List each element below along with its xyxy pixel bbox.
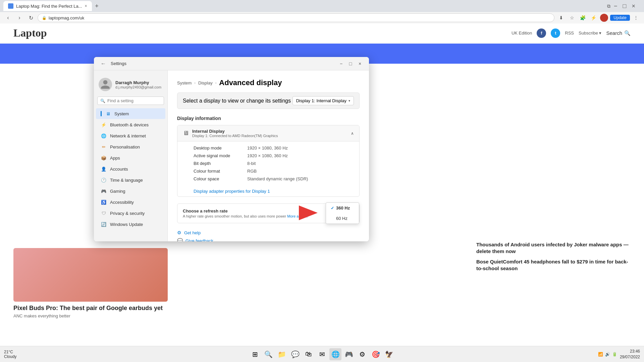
rate-option-360[interactable]: ✓ 360 Hz [326, 203, 359, 213]
sidebar-item-accessibility[interactable]: ♿ Accessibility [96, 197, 165, 207]
browser-chrome: Laptop Mag: Find the Perfect La... × + ⧉… [0, 0, 644, 23]
close-browser-button[interactable]: × [630, 3, 637, 10]
downloads-button[interactable]: ⬇ [556, 13, 566, 22]
internal-display-subtitle: Display 1: Connected to AMD Radeon(TM) G… [192, 134, 278, 138]
sidebar-item-personalisation[interactable]: ✏ Personalisation [96, 141, 165, 152]
news-item-2[interactable]: Bose QuietComfort 45 headphones fall to … [476, 258, 631, 272]
taskbar-antivirus-button[interactable]: 🦅 [383, 348, 395, 360]
info-row-colour-space: Colour space Standard dynamic range (SDR… [194, 175, 354, 183]
weather-widget: 21°C Cloudy [4, 350, 16, 359]
rss-link[interactable]: RSS [565, 31, 574, 36]
breadcrumb-system[interactable]: System [177, 80, 192, 85]
taskbar-xbox-button[interactable]: 🎮 [343, 348, 355, 360]
restore-button[interactable]: ⧉ [607, 3, 610, 9]
sidebar-item-bluetooth[interactable]: ⚡ Bluetooth & devices [96, 119, 165, 130]
settings-body: Darragh Murphy d.j.murphy2493@gmail.com … [94, 70, 369, 241]
sidebar-item-time[interactable]: 🕐 Time & language [96, 175, 165, 185]
window-maximize-button[interactable]: □ [346, 59, 355, 68]
taskbar-start-button[interactable]: ⊞ [249, 348, 261, 360]
sidebar-item-system[interactable]: 🖥 System [96, 108, 165, 119]
give-feedback-link[interactable]: 💬 Give feedback [177, 238, 360, 241]
collapse-icon[interactable]: ∧ [351, 131, 354, 136]
lock-icon: 🔒 [42, 16, 47, 20]
window-close-button[interactable]: × [356, 59, 364, 68]
chevron-down-icon: ▾ [348, 99, 350, 103]
settings-back-button[interactable]: ← [99, 59, 108, 68]
display-selector-bar: Select a display to view or change its s… [177, 93, 360, 109]
facebook-icon[interactable]: f [537, 28, 546, 38]
news-title-right-1: Thousands of Android users infected by J… [476, 241, 631, 254]
user-info: Darragh Murphy d.j.murphy2493@gmail.com [115, 80, 161, 89]
taskbar-search-button[interactable]: 🔍 [262, 348, 274, 360]
search-area[interactable]: Search 🔍 [606, 30, 631, 36]
battery-icon[interactable]: 🔋 [612, 352, 617, 357]
settings-search-input[interactable] [107, 98, 164, 103]
settings-title: Settings [111, 61, 337, 66]
display-dropdown[interactable]: Display 1: Internal Display ▾ [292, 96, 354, 105]
breadcrumb-display[interactable]: Display [198, 80, 213, 85]
settings-search-box[interactable]: 🔍 [97, 97, 164, 105]
display-info-header[interactable]: 🖥 Internal Display Display 1: Connected … [177, 125, 359, 141]
refresh-rate-description: A higher rate gives smoother motion, but… [183, 214, 308, 218]
new-tab-button[interactable]: + [92, 1, 102, 11]
window-minimize-button[interactable]: − [337, 59, 345, 68]
update-button[interactable]: Update [610, 15, 630, 21]
sidebar-item-network[interactable]: 🌐 Network & internet [96, 130, 165, 141]
minimize-button[interactable]: − [612, 3, 620, 10]
active-tab[interactable]: Laptop Mag: Find the Perfect La... × [3, 1, 92, 11]
news-item-1[interactable]: Thousands of Android users infected by J… [476, 241, 631, 254]
taskbar-files-button[interactable]: 📁 [276, 348, 288, 360]
browser-tab-bar: Laptop Mag: Find the Perfect La... × + ⧉… [0, 0, 644, 12]
display-info-section-title: Display information [177, 116, 360, 121]
subscribe-button[interactable]: Subscribe ▾ [579, 31, 601, 36]
browser-toolbar: ‹ › ↻ 🔒 laptopmag.com/uk ⬇ ☆ 🧩 ⚡ Update … [0, 12, 644, 23]
search-label: Search [606, 30, 622, 36]
accessibility-icon: ♿ [101, 199, 107, 205]
sidebar-item-accounts[interactable]: 👤 Accounts [96, 164, 165, 174]
reload-button[interactable]: ↻ [26, 13, 36, 22]
adapter-properties-link[interactable]: Display adapter properties for Display 1 [177, 189, 359, 194]
rate-option-60[interactable]: 60 Hz [326, 213, 359, 224]
tab-close-button[interactable]: × [85, 4, 87, 8]
rate-dropdown[interactable]: ✓ 360 Hz 60 Hz [326, 202, 359, 224]
sidebar-label-system: System [114, 111, 129, 116]
profile-button[interactable] [599, 13, 609, 22]
news-title-left[interactable]: Pixel Buds Pro: The best pair of Google … [13, 304, 168, 312]
site-header: Laptop UK Edition f t RSS Subscribe ▾ Se… [0, 23, 644, 43]
taskbar-sys-icons: 📶 🔊 🔋 [598, 352, 617, 357]
taskbar-email-button[interactable]: ✉ [316, 348, 328, 360]
sidebar-label-network: Network & internet [110, 133, 146, 138]
menu-button[interactable]: ⋮ [631, 13, 641, 22]
extensions-button[interactable]: ⚡ [589, 13, 598, 22]
sidebar-item-gaming[interactable]: 🎮 Gaming [96, 186, 165, 196]
taskbar-clock[interactable]: 23:46 29/07/2022 [620, 349, 640, 360]
volume-icon[interactable]: 🔊 [605, 352, 610, 357]
site-logo[interactable]: Laptop [13, 27, 47, 39]
forward-button[interactable]: › [15, 13, 24, 22]
taskbar-store-button[interactable]: 🛍 [303, 348, 315, 360]
weather-desc: Cloudy [4, 354, 16, 359]
taskbar-steam-button[interactable]: 🎯 [370, 348, 382, 360]
maximize-button[interactable]: □ [621, 3, 629, 10]
privacy-icon: 🛡 [101, 210, 107, 216]
address-bar[interactable]: 🔒 laptopmag.com/uk [38, 13, 554, 22]
sidebar-item-apps[interactable]: 📦 Apps [96, 153, 165, 163]
sidebar-item-windows-update[interactable]: 🔄 Windows Update [96, 219, 165, 230]
tab-title: Laptop Mag: Find the Perfect La... [16, 4, 82, 9]
clock-time: 23:46 [620, 349, 640, 354]
network-status-icon[interactable]: 📶 [598, 352, 603, 357]
taskbar-settings-button[interactable]: ⚙ [356, 348, 368, 360]
taskbar-chat-button[interactable]: 💬 [289, 348, 301, 360]
back-button[interactable]: ‹ [3, 13, 13, 22]
taskbar-browser-button[interactable]: 🌐 [329, 348, 341, 360]
info-row-desktop: Desktop mode 1920 × 1080, 360 Hz [194, 144, 354, 152]
display-info-rows: Desktop mode 1920 × 1080, 360 Hz Active … [177, 141, 359, 187]
give-feedback-label: Give feedback [185, 238, 213, 242]
monitor-icon: 🖥 [183, 130, 189, 137]
get-help-link[interactable]: ⚙ Get help [177, 230, 360, 235]
sidebar-item-privacy[interactable]: 🛡 Privacy & security [96, 208, 165, 219]
extension-button[interactable]: 🧩 [578, 13, 587, 22]
twitter-icon[interactable]: t [551, 28, 560, 38]
windows-update-icon: 🔄 [101, 221, 107, 227]
bookmark-button[interactable]: ☆ [567, 13, 577, 22]
